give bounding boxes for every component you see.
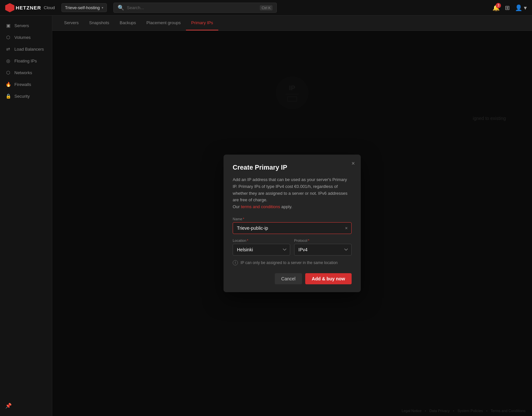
- sidebar-label-load-balancers: Load Balancers: [14, 47, 44, 52]
- layout: ▣ Servers ⬡ Volumes ⇄ Load Balancers ◎ F…: [0, 16, 532, 416]
- load-balancers-icon: ⇄: [5, 46, 11, 52]
- sidebar-item-security[interactable]: 🔒 Security: [0, 90, 52, 102]
- info-text: IP can only be assigned to a server in t…: [241, 260, 338, 265]
- sidebar-label-security: Security: [14, 94, 30, 99]
- modal-close-button[interactable]: ×: [350, 159, 356, 168]
- location-required-star: *: [247, 239, 248, 242]
- grid-view-button[interactable]: ⊞: [505, 4, 510, 11]
- name-required-star: *: [243, 217, 244, 221]
- servers-icon: ▣: [5, 23, 11, 28]
- modal-desc-text: Add an IP address that can be used as yo…: [233, 177, 347, 202]
- search-input[interactable]: [127, 5, 257, 10]
- brand-logo: HETZNER Cloud: [5, 3, 55, 12]
- sidebar-item-floating-ips[interactable]: ◎ Floating IPs: [0, 55, 52, 67]
- info-icon: i: [233, 260, 238, 265]
- protocol-field-group: Protocol * IPv4 IPv6: [294, 239, 352, 256]
- topnav: HETZNER Cloud Trieve-self-hosting ▾ 🔍 Ct…: [0, 0, 532, 16]
- brand-text: HETZNER: [16, 5, 41, 10]
- nav-right: 🔔 3 ⊞ 👤 ▾: [492, 4, 527, 11]
- project-chevron-icon: ▾: [102, 6, 103, 9]
- protocol-select[interactable]: IPv4 IPv6: [294, 244, 352, 256]
- modal-intro-prefix: Our: [233, 204, 241, 209]
- sidebar-label-networks: Networks: [14, 70, 32, 75]
- volumes-icon: ⬡: [5, 35, 11, 40]
- terms-link[interactable]: terms and conditions: [241, 204, 280, 209]
- brand-cloud-text: Cloud: [44, 5, 55, 10]
- sidebar-item-load-balancers[interactable]: ⇄ Load Balancers: [0, 43, 52, 55]
- add-buy-button[interactable]: Add & buy now: [305, 273, 352, 284]
- cancel-button[interactable]: Cancel: [275, 273, 302, 284]
- location-label: Location *: [233, 239, 290, 242]
- sidebar-item-servers[interactable]: ▣ Servers: [0, 20, 52, 31]
- hetzner-logo-icon: [5, 3, 14, 12]
- security-icon: 🔒: [5, 93, 11, 99]
- floating-ips-icon: ◎: [5, 58, 11, 63]
- tab-primary-ips[interactable]: Primary IPs: [186, 16, 218, 30]
- pin-button[interactable]: 📌: [0, 399, 52, 412]
- main-content: Servers Snapshots Backups Placement grou…: [52, 16, 532, 416]
- search-icon: 🔍: [118, 5, 124, 11]
- location-select[interactable]: Helsinki Nuremberg Falkenstein Ashburn H…: [233, 244, 290, 256]
- location-protocol-row: Location * Helsinki Nuremberg Falkenstei…: [233, 239, 352, 256]
- tab-snapshots[interactable]: Snapshots: [84, 16, 114, 30]
- modal-overlay: × Create Primary IP Add an IP address th…: [52, 31, 532, 416]
- firewalls-icon: 🔥: [5, 82, 11, 87]
- info-row: i IP can only be assigned to a server in…: [233, 260, 352, 265]
- sidebar-item-volumes[interactable]: ⬡ Volumes: [0, 31, 52, 43]
- modal-actions: Cancel Add & buy now: [233, 273, 352, 284]
- search-bar: 🔍 Ctrl K: [113, 3, 277, 13]
- project-name: Trieve-self-hosting: [65, 5, 100, 10]
- terms-suffix: apply.: [280, 204, 292, 209]
- networks-icon: ⬡: [5, 70, 11, 75]
- name-clear-button[interactable]: ×: [344, 225, 348, 231]
- protocol-required-star: *: [308, 239, 309, 242]
- sidebar-item-networks[interactable]: ⬡ Networks: [0, 67, 52, 78]
- sidebar-label-firewalls: Firewalls: [14, 82, 31, 87]
- protocol-label: Protocol *: [294, 239, 352, 242]
- sidebar-label-servers: Servers: [14, 23, 29, 28]
- name-input-wrapper: ×: [233, 222, 352, 234]
- tab-servers[interactable]: Servers: [59, 16, 84, 30]
- sidebar-label-volumes: Volumes: [14, 35, 31, 40]
- tab-backups[interactable]: Backups: [114, 16, 141, 30]
- content-area: IP igned to existing × Create Primary IP…: [52, 31, 532, 416]
- sidebar-spacer: [0, 102, 52, 399]
- notifications-button[interactable]: 🔔 3: [492, 4, 500, 11]
- name-input[interactable]: [233, 222, 352, 234]
- user-menu-button[interactable]: 👤 ▾: [515, 4, 527, 11]
- location-field-group: Location * Helsinki Nuremberg Falkenstei…: [233, 239, 290, 256]
- create-primary-ip-modal: × Create Primary IP Add an IP address th…: [224, 155, 361, 292]
- project-selector[interactable]: Trieve-self-hosting ▾: [61, 3, 107, 12]
- tabs-bar: Servers Snapshots Backups Placement grou…: [52, 16, 532, 31]
- name-field-group: Name * ×: [233, 217, 352, 234]
- modal-description: Add an IP address that can be used as yo…: [233, 176, 352, 210]
- sidebar-item-firewalls[interactable]: 🔥 Firewalls: [0, 78, 52, 90]
- modal-title: Create Primary IP: [233, 164, 352, 171]
- sidebar-label-floating-ips: Floating IPs: [14, 58, 37, 63]
- name-label: Name *: [233, 217, 352, 221]
- notification-badge: 3: [496, 3, 501, 8]
- tab-placement-groups[interactable]: Placement groups: [141, 16, 186, 30]
- sidebar: ▣ Servers ⬡ Volumes ⇄ Load Balancers ◎ F…: [0, 16, 52, 416]
- search-shortcut: Ctrl K: [260, 5, 273, 10]
